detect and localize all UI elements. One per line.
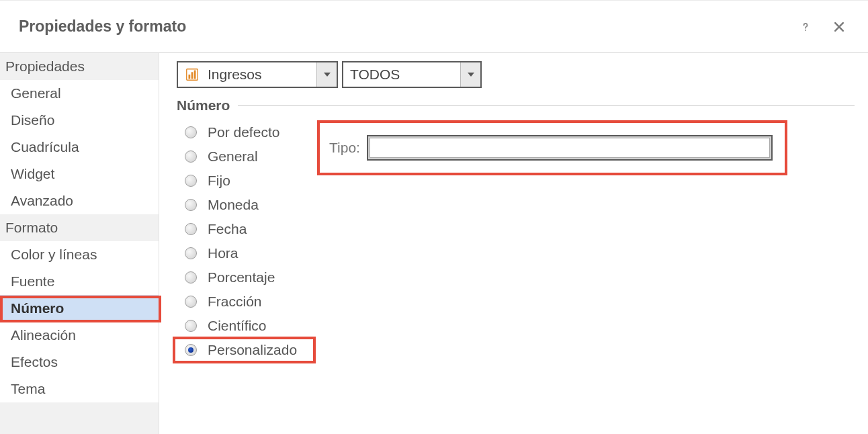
- fieldset-title-text: Número: [177, 97, 230, 114]
- sidebar-item-color-lineas[interactable]: Color y líneas: [0, 241, 159, 268]
- help-icon[interactable]: [797, 18, 814, 36]
- close-icon[interactable]: [830, 18, 848, 36]
- radio-por-defecto[interactable]: Por defecto: [182, 120, 310, 144]
- radio-icon: [185, 344, 197, 356]
- type-input-wrap: [367, 135, 773, 161]
- radio-label: Fracción: [208, 294, 262, 310]
- dialog-body: Propiedades General Diseño Cuadrícula Wi…: [0, 53, 868, 434]
- metric-icon: [185, 67, 200, 82]
- type-label: Tipo:: [329, 140, 360, 156]
- sidebar-item-efectos[interactable]: Efectos: [0, 349, 159, 376]
- scope-select[interactable]: TODOS: [342, 61, 482, 88]
- chevron-down-icon: [460, 62, 480, 87]
- main-panel: Ingresos TODOS Número: [159, 53, 868, 434]
- svg-point-0: [805, 30, 806, 31]
- radio-icon: [185, 271, 197, 284]
- radio-general[interactable]: General: [182, 144, 310, 169]
- titlebar: Propiedades y formato: [0, 1, 868, 53]
- radio-icon: [185, 247, 197, 259]
- scope-select-label: TODOS: [350, 67, 460, 83]
- sidebar-section-propiedades: Propiedades: [0, 53, 159, 80]
- sidebar-item-fuente[interactable]: Fuente: [0, 268, 159, 295]
- radio-cientifico[interactable]: Científico: [182, 314, 310, 338]
- radio-label: Fijo: [208, 173, 230, 189]
- radio-fecha[interactable]: Fecha: [182, 217, 310, 241]
- titlebar-actions: [797, 18, 848, 36]
- sidebar-item-cuadricula[interactable]: Cuadrícula: [0, 134, 159, 161]
- sidebar-item-widget[interactable]: Widget: [0, 161, 159, 187]
- sidebar-item-tema[interactable]: Tema: [0, 376, 159, 402]
- svg-rect-4: [189, 75, 191, 79]
- content-row: Por defecto General Fijo Moneda: [173, 120, 855, 362]
- radio-personalizado-highlight: Personalizado: [182, 338, 310, 362]
- radio-fijo[interactable]: Fijo: [182, 169, 310, 193]
- radio-label: Por defecto: [208, 124, 279, 140]
- radio-label: Personalizado: [208, 342, 297, 358]
- radio-personalizado[interactable]: Personalizado: [182, 338, 310, 362]
- radio-icon: [185, 296, 197, 308]
- radio-hora[interactable]: Hora: [182, 241, 310, 265]
- type-input-highlight: Tipo:: [317, 120, 787, 175]
- sidebar-item-alineacion[interactable]: Alineación: [0, 322, 159, 349]
- radio-label: Porcentaje: [208, 269, 275, 286]
- number-format-radios: Por defecto General Fijo Moneda: [173, 120, 310, 362]
- radio-icon: [185, 126, 197, 138]
- svg-marker-8: [468, 73, 474, 77]
- sidebar-item-numero[interactable]: Número: [0, 295, 159, 322]
- metric-select[interactable]: Ingresos: [177, 61, 338, 88]
- divider: [238, 105, 855, 106]
- radio-icon: [185, 199, 197, 211]
- svg-marker-7: [324, 73, 331, 77]
- radio-label: Hora: [208, 245, 238, 261]
- radio-icon: [185, 320, 197, 332]
- radio-porcentaje[interactable]: Porcentaje: [182, 265, 310, 290]
- radio-moneda[interactable]: Moneda: [182, 193, 310, 217]
- sidebar-item-diseno[interactable]: Diseño: [0, 107, 159, 134]
- fieldset-title: Número: [177, 97, 855, 114]
- radio-fraccion[interactable]: Fracción: [182, 290, 310, 314]
- type-input[interactable]: [370, 138, 770, 158]
- svg-rect-5: [191, 72, 193, 79]
- radio-icon: [185, 223, 197, 235]
- sidebar: Propiedades General Diseño Cuadrícula Wi…: [0, 53, 159, 434]
- radio-label: Científico: [208, 318, 267, 334]
- sidebar-item-general[interactable]: General: [0, 80, 159, 107]
- chevron-down-icon: [316, 62, 337, 87]
- radio-label: Fecha: [208, 221, 247, 237]
- radio-icon: [185, 175, 197, 187]
- radio-label: Moneda: [208, 197, 259, 213]
- sidebar-item-avanzado[interactable]: Avanzado: [0, 187, 159, 214]
- radio-icon: [185, 150, 197, 163]
- selector-row: Ingresos TODOS: [177, 61, 855, 88]
- dialog-title: Propiedades y formato: [19, 17, 186, 36]
- properties-format-dialog: Propiedades y formato Propiedades Genera…: [0, 0, 868, 434]
- sidebar-section-formato: Formato: [0, 214, 159, 241]
- radio-label: General: [208, 148, 258, 165]
- metric-select-label: Ingresos: [208, 67, 316, 83]
- svg-rect-6: [194, 71, 196, 79]
